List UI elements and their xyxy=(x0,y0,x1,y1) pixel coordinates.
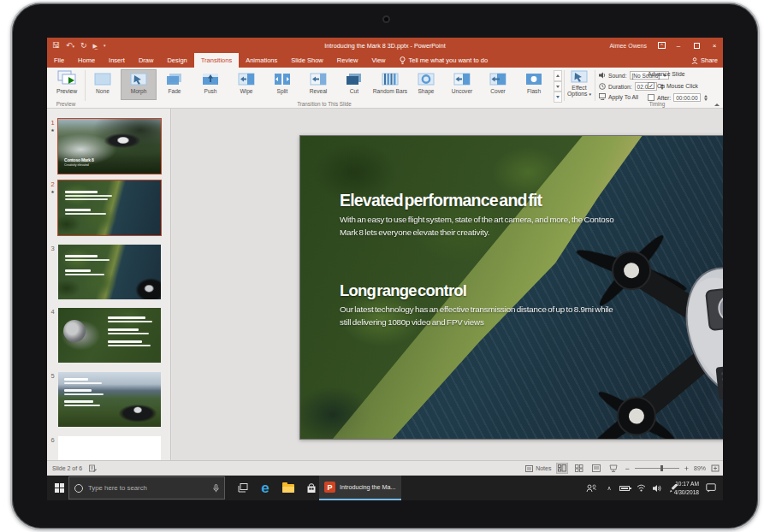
normal-view-button[interactable] xyxy=(556,463,568,474)
transition-random-bars[interactable]: Random Bars xyxy=(372,69,408,100)
spellcheck-icon[interactable] xyxy=(89,464,97,472)
restore-icon xyxy=(694,43,700,49)
zoom-slider[interactable] xyxy=(635,468,679,469)
slide-body-2[interactable]: Our latest technology has an effective t… xyxy=(340,303,615,328)
customize-qat-icon[interactable]: ▾ xyxy=(104,43,106,48)
undo-icon[interactable]: ↶▾ xyxy=(66,42,74,50)
on-mouse-click-checkbox[interactable]: ✓ xyxy=(648,82,654,89)
search-input[interactable] xyxy=(88,484,208,492)
slide-thumbnail-4[interactable] xyxy=(58,308,161,363)
network-status[interactable] xyxy=(634,476,648,500)
transition-fade[interactable]: Fade xyxy=(157,69,192,100)
tell-me-box[interactable]: Tell me what you want to do xyxy=(393,53,495,68)
current-slide[interactable]: Elevated performance and fit With an eas… xyxy=(299,135,723,440)
people-button[interactable] xyxy=(584,476,598,500)
start-from-beginning-icon[interactable]: ▶̲ xyxy=(93,43,98,49)
close-button[interactable]: × xyxy=(709,40,720,50)
sound-label: Sound: xyxy=(608,73,627,79)
hidden-icons-chevron[interactable]: ∧ xyxy=(603,476,615,500)
transition-cut[interactable]: Cut xyxy=(336,69,372,100)
slide-thumbnail-3[interactable] xyxy=(58,245,161,299)
battery-status[interactable] xyxy=(617,476,632,500)
taskbar-powerpoint-button[interactable]: P Introducing the Ma... xyxy=(319,476,401,500)
file-explorer-button[interactable] xyxy=(281,476,296,500)
apply-to-all-icon xyxy=(599,93,606,100)
taskbar: e P Introducing the Ma... ∧ xyxy=(47,476,723,500)
tab-review[interactable]: Review xyxy=(330,53,365,68)
tab-insert[interactable]: Insert xyxy=(102,53,132,68)
transition-none-icon xyxy=(94,73,111,86)
tab-slide-show[interactable]: Slide Show xyxy=(284,53,330,68)
gallery-scroll-up-icon[interactable] xyxy=(554,70,562,81)
transition-none[interactable]: None xyxy=(85,69,121,100)
transition-shape[interactable]: Shape xyxy=(408,69,444,100)
action-center-button[interactable] xyxy=(702,476,720,500)
apply-to-all-button[interactable]: Apply To All xyxy=(599,93,638,100)
transition-reveal[interactable]: Reveal xyxy=(300,69,336,100)
transition-uncover-icon xyxy=(453,73,471,86)
zoom-level[interactable]: 89% xyxy=(694,465,706,471)
collapse-ribbon-icon[interactable] xyxy=(714,103,720,106)
taskbar-clock[interactable]: 10:17 AM 4/30/2018 xyxy=(674,476,699,500)
transition-morph[interactable]: Morph xyxy=(121,69,157,100)
slide-body-1[interactable]: With an easy to use flight system, state… xyxy=(340,213,624,239)
slide-heading-1[interactable]: Elevated performance and fit xyxy=(340,191,542,210)
notes-button[interactable]: Notes xyxy=(525,465,551,472)
gallery-scrollbar xyxy=(554,70,562,103)
tab-home[interactable]: Home xyxy=(71,53,102,68)
slide-sorter-view-button[interactable] xyxy=(573,463,585,474)
redo-icon[interactable]: ↻ xyxy=(80,42,87,50)
tab-transitions[interactable]: Transitions xyxy=(194,53,239,68)
transition-star-icon[interactable]: ★ xyxy=(49,189,56,194)
slide-sorter-icon xyxy=(575,464,583,472)
transition-wipe[interactable]: Wipe xyxy=(228,69,264,100)
effect-options-icon xyxy=(571,70,588,83)
slide-thumbnail-5[interactable] xyxy=(58,372,161,427)
slide-thumbnail-6[interactable] xyxy=(58,436,161,460)
transition-split[interactable]: Split xyxy=(264,69,300,100)
zoom-in-button[interactable]: + xyxy=(684,464,689,473)
microphone-icon[interactable] xyxy=(213,484,219,493)
slide-number: 6 xyxy=(49,436,56,444)
effect-options-button[interactable]: Effect Options ▾ xyxy=(566,70,592,97)
taskbar-search-box[interactable] xyxy=(68,476,225,499)
slide-heading-2[interactable]: Long range control xyxy=(340,281,466,300)
edge-browser-button[interactable]: e xyxy=(258,476,273,500)
restore-button[interactable] xyxy=(691,40,702,50)
volume-control[interactable] xyxy=(650,476,665,500)
share-button[interactable]: Share xyxy=(691,53,718,68)
signed-in-user[interactable]: Aimee Owens xyxy=(609,43,647,49)
duration-label: Duration: xyxy=(608,84,632,90)
transition-split-icon xyxy=(274,73,291,86)
transition-star-icon[interactable]: ★ xyxy=(49,127,56,133)
zoom-slider-thumb[interactable] xyxy=(660,465,663,471)
slide-thumbnail-1[interactable]: Contoso Mark 8 Creativity elevated xyxy=(58,119,161,174)
ribbon-display-options-icon[interactable]: ^ xyxy=(658,42,666,49)
start-button[interactable] xyxy=(51,476,67,500)
after-checkbox[interactable] xyxy=(648,94,654,101)
reading-view-button[interactable] xyxy=(590,463,602,474)
transition-cover[interactable]: Cover xyxy=(480,69,516,100)
after-spinner[interactable] xyxy=(704,95,708,101)
thumb3-drone xyxy=(128,275,161,299)
save-icon[interactable]: 🖫 xyxy=(52,42,60,50)
thumb1-drone xyxy=(103,129,142,151)
slide-thumbnail-2[interactable] xyxy=(58,180,161,235)
tab-draw[interactable]: Draw xyxy=(132,53,161,68)
transition-push[interactable]: Push xyxy=(192,69,228,100)
slideshow-view-button[interactable] xyxy=(607,463,619,474)
preview-button[interactable]: Preview xyxy=(52,70,81,94)
task-view-button[interactable] xyxy=(235,476,251,500)
gallery-scroll-down-icon[interactable] xyxy=(554,81,562,92)
thumb2-scene xyxy=(58,180,161,235)
minimize-button[interactable]: – xyxy=(673,40,684,50)
store-button[interactable] xyxy=(304,476,319,500)
tab-file[interactable]: File xyxy=(47,53,71,68)
fit-to-window-icon[interactable] xyxy=(711,464,720,472)
transition-flash[interactable]: Flash xyxy=(516,69,552,100)
tab-animations[interactable]: Animations xyxy=(239,53,284,68)
tab-design[interactable]: Design xyxy=(160,53,193,68)
zoom-out-button[interactable]: − xyxy=(625,464,629,473)
transition-uncover[interactable]: Uncover xyxy=(444,69,480,100)
tab-view[interactable]: View xyxy=(364,53,392,68)
